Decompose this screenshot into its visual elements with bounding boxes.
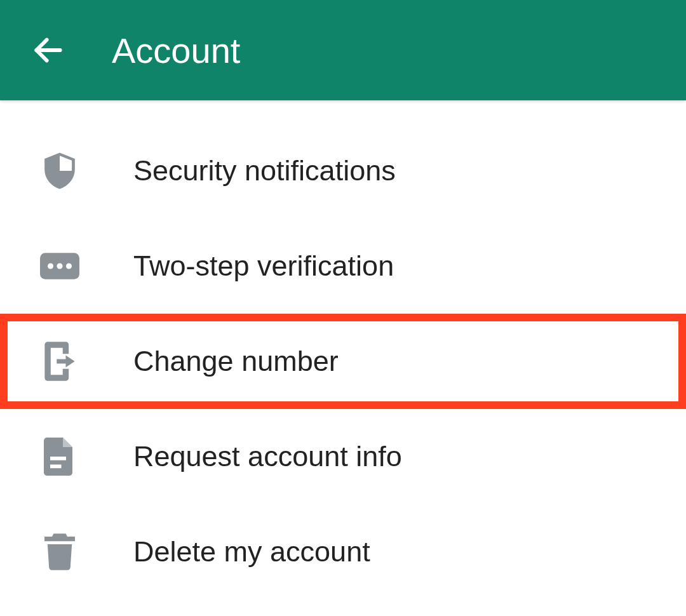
menu-item-delete-my-account[interactable]: Delete my account [0, 504, 686, 599]
svg-point-4 [66, 263, 72, 269]
document-icon [39, 436, 80, 477]
svg-rect-5 [50, 457, 66, 460]
menu-item-label: Delete my account [133, 535, 370, 568]
menu-item-security-notifications[interactable]: Security notifications [0, 123, 686, 218]
trash-icon [39, 532, 80, 572]
back-button[interactable] [30, 32, 66, 68]
menu-item-label: Change number [133, 345, 339, 378]
menu-item-request-account-info[interactable]: Request account info [0, 409, 686, 504]
svg-point-2 [48, 263, 53, 269]
menu-item-label: Request account info [133, 440, 402, 473]
svg-point-3 [57, 263, 62, 269]
page-title: Account [112, 30, 240, 71]
menu-item-two-step-verification[interactable]: Two-step verification [0, 218, 686, 314]
account-menu-list: Security notifications Two-step verifica… [0, 100, 686, 599]
svg-rect-6 [50, 465, 62, 469]
change-number-icon [39, 341, 80, 382]
app-header: Account [0, 0, 686, 100]
menu-item-label: Security notifications [133, 154, 396, 187]
shield-icon [39, 151, 80, 191]
menu-item-change-number[interactable]: Change number [0, 314, 686, 409]
password-icon [39, 246, 80, 286]
menu-item-label: Two-step verification [133, 250, 394, 283]
arrow-left-icon [30, 32, 66, 68]
